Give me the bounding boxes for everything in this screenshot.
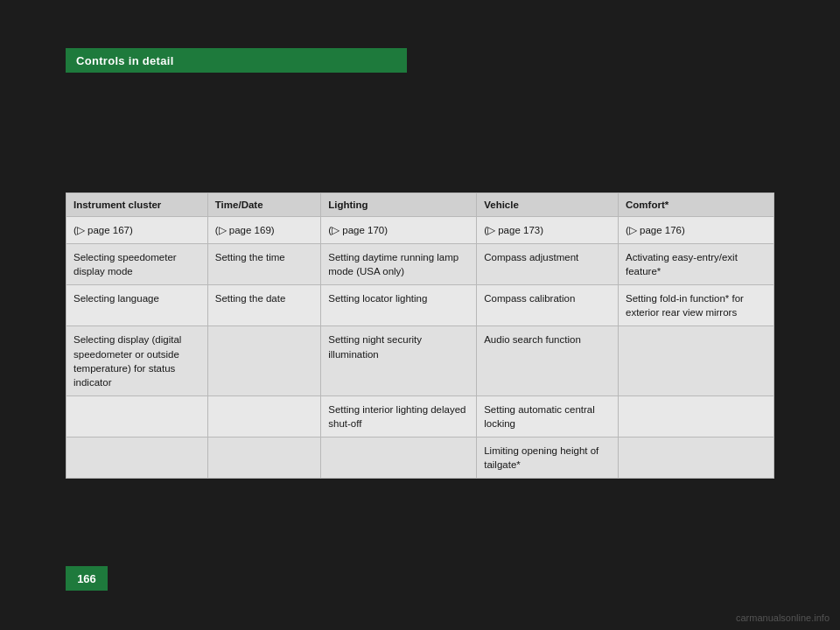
cell-instrument-4 bbox=[66, 396, 208, 437]
cell-time-4 bbox=[207, 396, 320, 437]
subheader-time-date: (▷ page 169) bbox=[207, 217, 320, 244]
cell-comfort-1: Activating easy-entry/exit feature* bbox=[619, 244, 774, 285]
cell-vehicle-2: Compass calibration bbox=[477, 285, 619, 326]
table-header-row: Instrument cluster Time/Date Lighting Ve… bbox=[66, 193, 774, 217]
watermark: carmanualsonline.info bbox=[736, 612, 830, 623]
table-row-5: Limiting opening height of tailgate* bbox=[66, 438, 774, 479]
cell-comfort-5 bbox=[619, 438, 774, 479]
cell-lighting-1: Setting daytime running lamp mode (USA o… bbox=[321, 244, 477, 285]
cell-time-3 bbox=[207, 326, 320, 396]
header-bar: Controls in detail bbox=[66, 48, 407, 73]
cell-time-1: Setting the time bbox=[207, 244, 320, 285]
header-title: Controls in detail bbox=[76, 54, 174, 67]
cell-lighting-5 bbox=[321, 438, 477, 479]
features-table: Instrument cluster Time/Date Lighting Ve… bbox=[66, 192, 774, 479]
col-header-vehicle: Vehicle bbox=[477, 193, 619, 217]
main-table-container: Instrument cluster Time/Date Lighting Ve… bbox=[66, 192, 774, 479]
cell-lighting-3: Setting night security illumination bbox=[321, 326, 477, 396]
cell-instrument-2: Selecting language bbox=[66, 285, 208, 326]
cell-comfort-2: Setting fold-in function* for exterior r… bbox=[619, 285, 774, 326]
cell-comfort-4 bbox=[619, 396, 774, 437]
table-row-2: Selecting language Setting the date Sett… bbox=[66, 285, 774, 326]
table-row-1: Selecting speedometer display mode Setti… bbox=[66, 244, 774, 285]
subheader-comfort: (▷ page 176) bbox=[619, 217, 774, 244]
subheader-instrument-cluster: (▷ page 167) bbox=[66, 217, 208, 244]
col-header-lighting: Lighting bbox=[321, 193, 477, 217]
cell-vehicle-4: Setting automatic central locking bbox=[477, 396, 619, 437]
page-number-box: 166 bbox=[66, 566, 108, 591]
cell-time-2: Setting the date bbox=[207, 285, 320, 326]
cell-instrument-1: Selecting speedometer display mode bbox=[66, 244, 208, 285]
cell-lighting-4: Setting interior lighting delayed shut-o… bbox=[321, 396, 477, 437]
subheader-vehicle: (▷ page 173) bbox=[477, 217, 619, 244]
page-number: 166 bbox=[77, 572, 96, 585]
cell-time-5 bbox=[207, 438, 320, 479]
table-row-subheaders: (▷ page 167) (▷ page 169) (▷ page 170) (… bbox=[66, 217, 774, 244]
cell-vehicle-5: Limiting opening height of tailgate* bbox=[477, 438, 619, 479]
cell-instrument-5 bbox=[66, 438, 208, 479]
cell-vehicle-1: Compass adjustment bbox=[477, 244, 619, 285]
cell-lighting-2: Setting locator lighting bbox=[321, 285, 477, 326]
subheader-lighting: (▷ page 170) bbox=[321, 217, 477, 244]
col-header-comfort: Comfort* bbox=[619, 193, 774, 217]
col-header-time-date: Time/Date bbox=[207, 193, 320, 217]
table-row-3: Selecting display (digital speedometer o… bbox=[66, 326, 774, 396]
cell-instrument-3: Selecting display (digital speedometer o… bbox=[66, 326, 208, 396]
table-row-4: Setting interior lighting delayed shut-o… bbox=[66, 396, 774, 437]
cell-vehicle-3: Audio search function bbox=[477, 326, 619, 396]
col-header-instrument-cluster: Instrument cluster bbox=[66, 193, 208, 217]
cell-comfort-3 bbox=[619, 326, 774, 396]
